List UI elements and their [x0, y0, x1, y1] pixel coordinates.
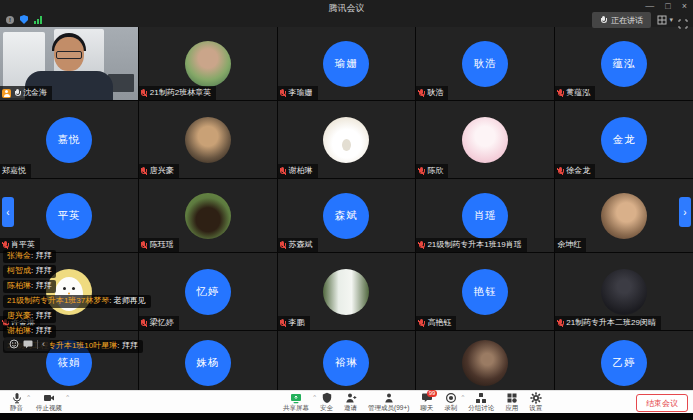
- participant-tile[interactable]: 肖瑶 21级制药专升本1班19肖瑶: [416, 179, 554, 252]
- participant-tile[interactable]: 余坤红: [555, 179, 693, 252]
- avatar: 姝杨: [185, 340, 231, 386]
- avatar: 嘉悦: [46, 117, 92, 163]
- participant-name-label: 黄蕴泓: [555, 86, 595, 100]
- security-shield-icon[interactable]: [20, 15, 28, 24]
- camera-icon: [43, 392, 55, 404]
- participant-tile[interactable]: 艳钰 高艳钰: [416, 253, 554, 330]
- security-button[interactable]: 安全: [320, 392, 333, 411]
- share-screen-button[interactable]: 共享屏幕 ^: [283, 392, 309, 411]
- mic-muted-icon: [557, 319, 563, 328]
- speaking-label: 正在讲话: [611, 15, 643, 26]
- next-page-button[interactable]: ›: [679, 197, 691, 227]
- participant-tile[interactable]: 耿浩 耿浩: [416, 27, 554, 100]
- participant-tile[interactable]: 裕琳: [278, 331, 416, 394]
- chat-bubble-icon[interactable]: [23, 339, 33, 349]
- participant-tile[interactable]: 21制药专升本二班29闵晴: [555, 253, 693, 330]
- fullscreen-icon: [678, 19, 688, 29]
- avatar: [323, 117, 369, 163]
- prev-page-button[interactable]: ‹: [2, 197, 14, 227]
- avatar: 蕴泓: [601, 41, 647, 87]
- stop-video-button[interactable]: 停止视频 ^: [36, 392, 62, 411]
- record-icon: [445, 392, 457, 404]
- participant-tile[interactable]: 谢柏琳: [278, 101, 416, 178]
- chat-message: 陈柏琳: 拜拜: [3, 280, 56, 293]
- minimize-button[interactable]: —: [645, 1, 654, 11]
- manage-members-button[interactable]: 管理成员(99+): [368, 392, 409, 411]
- close-button[interactable]: ×: [682, 1, 687, 11]
- participant-name-label: 耿浩: [416, 86, 448, 100]
- participant-tile[interactable]: 蕴泓 黄蕴泓: [555, 27, 693, 100]
- mic-muted-icon: [280, 89, 286, 98]
- avatar: [185, 193, 231, 239]
- avatar: [462, 117, 508, 163]
- meeting-info-icon[interactable]: [6, 16, 14, 24]
- participant-name-label: 李鹏: [278, 316, 310, 330]
- invite-button[interactable]: 邀请: [344, 392, 357, 411]
- participant-tile[interactable]: 乙婷: [555, 331, 693, 394]
- invite-person-icon: [345, 392, 357, 404]
- mic-on-icon: [14, 89, 20, 98]
- record-options-caret[interactable]: ^: [462, 394, 465, 401]
- avatar: 裕琳: [323, 340, 369, 386]
- collapse-chat-icon[interactable]: ‹: [42, 340, 45, 349]
- participant-tile[interactable]: [416, 331, 554, 394]
- mic-muted-icon: [418, 319, 424, 328]
- participant-tile[interactable]: 瑜姗 李瑜姗: [278, 27, 416, 100]
- participant-tile[interactable]: 21制药2班林章英: [139, 27, 277, 100]
- participant-tile[interactable]: 森斌 苏森斌: [278, 179, 416, 252]
- avatar: 肖瑶: [462, 193, 508, 239]
- mute-button[interactable]: 静音 ^: [10, 392, 23, 411]
- emoji-icon[interactable]: [9, 339, 19, 349]
- participant-name-label: 21制药2班林章英: [139, 86, 216, 100]
- mic-muted-icon: [141, 89, 147, 98]
- meeting-toolbar: 静音 ^ 停止视频 ^ 共享屏幕 ^ 安全 邀请: [0, 390, 693, 413]
- participant-name-label: 余坤红: [555, 238, 586, 252]
- title-bar: 腾讯会议 — □ ×: [0, 0, 693, 27]
- mic-live-icon: [600, 16, 606, 25]
- mic-icon: [11, 392, 23, 404]
- chevron-right-icon: ›: [683, 207, 686, 218]
- participant-tile[interactable]: 陈欣: [416, 101, 554, 178]
- participant-tile[interactable]: 金龙 徐金龙: [555, 101, 693, 178]
- breakout-rooms-button[interactable]: 分组讨论: [468, 392, 494, 411]
- camera-options-caret[interactable]: ^: [66, 394, 69, 401]
- mic-muted-icon: [280, 241, 286, 250]
- chat-message: 张海金: 拜拜: [3, 250, 56, 263]
- mic-options-caret[interactable]: ^: [27, 394, 30, 401]
- apps-button[interactable]: 应用: [505, 392, 518, 411]
- participant-name-label: 21制药专升本二班29闵晴: [555, 316, 661, 330]
- participant-name-label: 苏森斌: [278, 238, 318, 252]
- avatar: [601, 193, 647, 239]
- avatar: [185, 41, 231, 87]
- mic-muted-icon: [280, 167, 286, 176]
- share-options-caret[interactable]: ^: [313, 394, 316, 401]
- avatar: [185, 117, 231, 163]
- settings-button[interactable]: 设置: [529, 392, 542, 411]
- end-meeting-button[interactable]: 结束会议: [636, 394, 688, 412]
- breakout-icon: [475, 392, 487, 404]
- mic-muted-icon: [141, 167, 147, 176]
- grid-layout-icon: [657, 15, 667, 25]
- fullscreen-button[interactable]: [678, 15, 688, 33]
- participant-tile[interactable]: 唐兴豪: [139, 101, 277, 178]
- chat-button[interactable]: 聊天 99: [420, 392, 433, 411]
- gear-icon: [530, 392, 542, 404]
- avatar: 森斌: [323, 193, 369, 239]
- participant-tile[interactable]: 沈金海: [0, 27, 138, 100]
- participant-tile[interactable]: 忆婷 梁忆婷: [139, 253, 277, 330]
- avatar: [462, 340, 508, 386]
- mic-muted-icon: [418, 241, 424, 250]
- meeting-window: 腾讯会议 — □ × 正在讲话 ▾: [0, 0, 693, 420]
- layout-switcher[interactable]: ▾: [657, 15, 673, 25]
- participant-tile[interactable]: 李鹏: [278, 253, 416, 330]
- participant-tile[interactable]: 嘉悦 郑嘉悦: [0, 101, 138, 178]
- record-button[interactable]: 录制 ^: [444, 392, 457, 411]
- window-title: 腾讯会议: [0, 2, 693, 15]
- participant-tile[interactable]: 陈珏瑶: [139, 179, 277, 252]
- participant-tile[interactable]: 姝杨: [139, 331, 277, 394]
- members-icon: [383, 392, 395, 404]
- participant-tile[interactable]: 平英 肖平英: [0, 179, 138, 252]
- maximize-button[interactable]: □: [665, 1, 670, 11]
- avatar: 金龙: [601, 117, 647, 163]
- quick-chat-bar: ‹: [4, 337, 50, 351]
